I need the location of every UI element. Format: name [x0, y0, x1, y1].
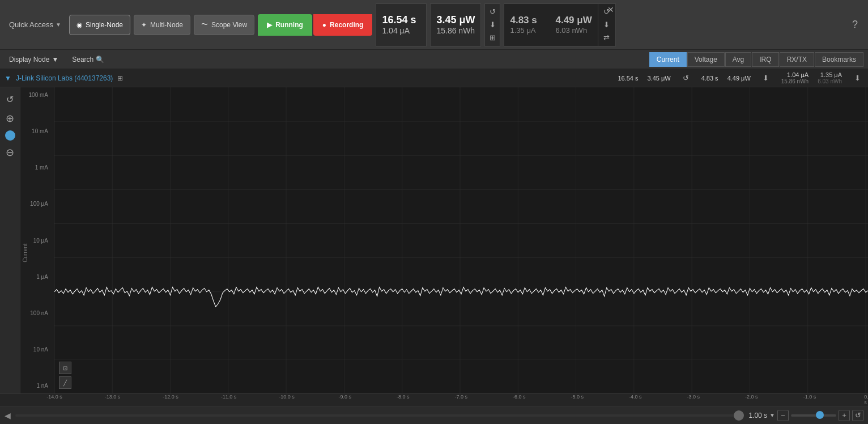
header-power2: 4.49 μW	[727, 75, 751, 82]
selection-box-icon[interactable]: ⊡	[59, 362, 71, 374]
header-download-icon[interactable]: ⬇	[760, 73, 772, 84]
time-label-4: -4.0 s	[629, 394, 642, 400]
selection-line-icon[interactable]: ╱	[59, 376, 71, 389]
current-stat: 1.04 μA	[382, 26, 420, 35]
power-stat: 3.45 μW	[436, 14, 475, 26]
scroll-track[interactable]	[15, 414, 744, 417]
bottom-bar: ◀ 1.00 s ▼ − + ↺	[0, 406, 868, 424]
run-button[interactable]: ▶ Running	[258, 14, 312, 36]
h-time2-val: 4.83 s	[701, 75, 718, 82]
recording-button[interactable]: ● Recording	[313, 14, 373, 36]
zoom-in-button[interactable]: ⊕	[3, 111, 18, 126]
run-recording-group: ▶ Running ● Recording	[258, 14, 372, 36]
header-time1: 16.54 s	[618, 75, 638, 82]
secondary-time: 4.83 s	[510, 15, 544, 26]
y-label-100ua: 100 μA	[23, 201, 52, 207]
y-label-1na: 1 nA	[23, 383, 52, 389]
header-time2: 4.83 s	[701, 75, 718, 82]
play-icon: ▶	[267, 21, 272, 29]
y-label-10na: 10 nA	[23, 346, 52, 353]
scroll-left-button[interactable]: ◀	[5, 411, 11, 420]
secondary-current: 1.35 μA	[510, 26, 544, 35]
time-stat: 16.54 s	[382, 14, 420, 26]
display-node-button[interactable]: Display Node ▼	[5, 53, 63, 66]
time-label-0: 0.0 s	[864, 394, 868, 405]
tab-avg[interactable]: Avg	[725, 52, 751, 67]
quick-access-button[interactable]: Quick Access ▼	[5, 18, 66, 31]
zoom-reset-time-button[interactable]: ↺	[852, 410, 863, 421]
zoom-out-button[interactable]: ⊖	[3, 145, 18, 160]
main-toolbar: Quick Access ▼ ◉ Single-Node ✦ Multi-Nod…	[0, 0, 868, 50]
left-zoom-controls: ↺ ⊕ ⊖	[0, 87, 20, 393]
time-label-2: -2.0 s	[745, 394, 758, 400]
y-label-1ua: 1 μA	[23, 274, 52, 280]
header-current2: 1.35 μA	[820, 71, 842, 78]
header-energy2: 6.03 nWh	[818, 78, 842, 84]
help-button[interactable]: ?	[846, 16, 863, 33]
zoom-plus-button[interactable]: +	[839, 410, 850, 421]
y-label-10ma: 10 mA	[23, 128, 52, 134]
sec-download-icon[interactable]: ⬇	[601, 19, 613, 30]
header-current1: 1.04 μA	[787, 71, 809, 78]
single-node-label: Single-Node	[86, 21, 123, 29]
zoom-minus-button[interactable]: −	[777, 410, 789, 421]
chart-expand-icon[interactable]: ⊞	[117, 74, 123, 82]
download-icon[interactable]: ⬇	[486, 19, 499, 30]
tab-irq[interactable]: IRQ	[752, 52, 778, 67]
display-node-chevron: ▼	[52, 56, 58, 63]
reset-icon[interactable]: ↺	[486, 6, 499, 17]
secondary-power-col: 4.49 μW 6.03 nWh	[550, 4, 597, 46]
zoom-handle[interactable]	[5, 130, 15, 141]
chevron-down-icon: ▼	[56, 22, 61, 28]
search-icon: 🔍	[96, 56, 104, 63]
time-label-8: -8.0 s	[397, 394, 410, 400]
tab-current[interactable]: Current	[649, 52, 687, 67]
chart-header: ▼ J-Link Silicon Labs (440137263) ⊞ 16.5…	[0, 69, 868, 87]
zoom-reset-button[interactable]: ↺	[3, 92, 18, 107]
tab-rxtx[interactable]: RX/TX	[780, 52, 814, 67]
record-icon: ●	[322, 21, 326, 29]
secondary-stats-box: 4.83 s 1.35 μA 4.49 μW 6.03 nWh ↺ ⬇ ⇄ ✕	[504, 3, 615, 46]
sec-swap-icon[interactable]: ⇄	[601, 32, 613, 44]
multi-node-button[interactable]: ✦ Multi-Node	[134, 15, 190, 35]
chart-tab-group: Current Voltage Avg IRQ RX/TX Bookmarks	[649, 52, 863, 67]
secondary-power: 4.49 μW	[555, 15, 592, 26]
secondary-time-col: 4.83 s 1.35 μA	[504, 4, 550, 46]
time-label-12: -12.0 s	[163, 394, 178, 400]
network-icon: ✦	[141, 21, 147, 29]
h-time1-val: 16.54 s	[618, 75, 638, 82]
header-download2-icon[interactable]: ⬇	[851, 73, 863, 84]
search-label: Search	[72, 56, 93, 63]
time-label-7: -7.0 s	[454, 394, 467, 400]
chart-header-right: 16.54 s 3.45 μW ↺ 4.83 s 4.49 μW ⬇ 1.04 …	[618, 71, 863, 84]
tab-bookmarks[interactable]: Bookmarks	[815, 52, 863, 67]
energy-stat: 15.86 nWh	[436, 26, 475, 35]
time-label-9: -9.0 s	[338, 394, 351, 400]
zoom-chevron-button[interactable]: ▼	[769, 412, 775, 418]
time-label-11: -11.0 s	[221, 394, 237, 400]
expand-icon[interactable]: ⊞	[486, 32, 499, 44]
close-secondary-button[interactable]: ✕	[607, 5, 614, 14]
time-label-5: -5.0 s	[571, 394, 584, 400]
header-reset-icon[interactable]: ↺	[680, 73, 692, 84]
y-label-100ma: 100 mA	[23, 92, 52, 98]
zoom-slider[interactable]	[791, 414, 836, 417]
time-axis: -14.0 s -13.0 s -12.0 s -11.0 s -10.0 s …	[0, 393, 868, 406]
quick-access-label: Quick Access	[9, 20, 53, 29]
search-button[interactable]: Search 🔍	[67, 53, 109, 66]
header-energy1: 15.86 nWh	[781, 78, 809, 84]
waveform-icon: 〜	[201, 20, 208, 29]
zoom-value: 1.00 s	[748, 412, 767, 419]
zoom-slider-thumb[interactable]	[816, 411, 824, 419]
power-stats-box: 3.45 μW 15.86 nWh	[430, 3, 481, 46]
time-label-14: -14.0 s	[46, 394, 62, 400]
scroll-thumb[interactable]	[734, 410, 744, 421]
single-node-button[interactable]: ◉ Single-Node	[69, 15, 130, 35]
time-label-10: -10.0 s	[279, 394, 295, 400]
chart-graph-area: Current 100 mA 10 mA 1 mA 100 μA 10 μA 1…	[20, 87, 868, 393]
y-label-100na: 100 nA	[23, 310, 52, 316]
scope-view-button[interactable]: 〜 Scope View	[194, 15, 254, 35]
running-label: Running	[275, 21, 303, 29]
time-label-6: -6.0 s	[513, 394, 526, 400]
tab-voltage[interactable]: Voltage	[687, 52, 725, 67]
